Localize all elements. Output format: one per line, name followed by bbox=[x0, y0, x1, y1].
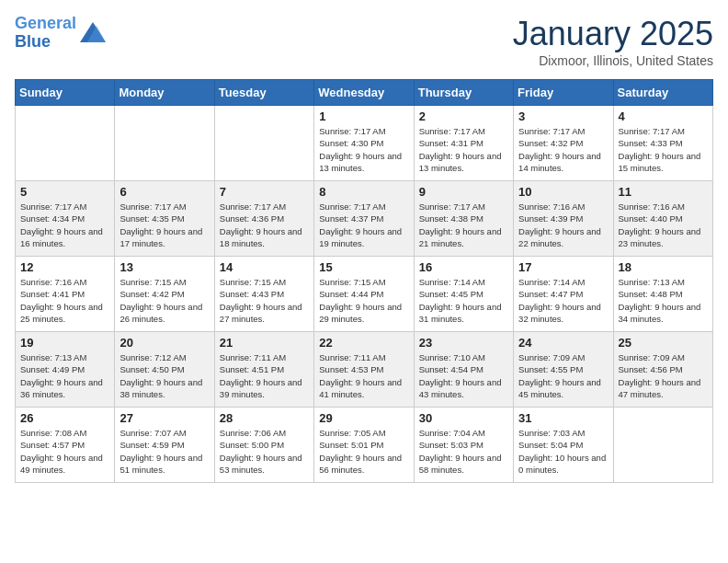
calendar-table: SundayMondayTuesdayWednesdayThursdayFrid… bbox=[15, 79, 713, 483]
day-detail: Sunrise: 7:07 AM Sunset: 4:59 PM Dayligh… bbox=[119, 427, 209, 476]
day-detail: Sunrise: 7:09 AM Sunset: 4:56 PM Dayligh… bbox=[619, 351, 708, 400]
day-detail: Sunrise: 7:13 AM Sunset: 4:48 PM Dayligh… bbox=[619, 276, 708, 325]
weekday-header-sunday: Sunday bbox=[16, 80, 115, 106]
calendar-day-30: 30Sunrise: 7:04 AM Sunset: 5:03 PM Dayli… bbox=[414, 408, 513, 483]
calendar-week-row: 19Sunrise: 7:13 AM Sunset: 4:49 PM Dayli… bbox=[16, 332, 713, 408]
day-detail: Sunrise: 7:15 AM Sunset: 4:44 PM Dayligh… bbox=[319, 276, 408, 325]
day-number: 24 bbox=[518, 336, 608, 350]
month-title: January 2025 bbox=[513, 15, 713, 53]
day-number: 9 bbox=[419, 185, 508, 199]
day-number: 17 bbox=[518, 260, 608, 274]
day-detail: Sunrise: 7:04 AM Sunset: 5:03 PM Dayligh… bbox=[419, 427, 508, 476]
calendar-day-29: 29Sunrise: 7:05 AM Sunset: 5:01 PM Dayli… bbox=[314, 408, 414, 483]
day-number: 20 bbox=[119, 336, 209, 350]
day-detail: Sunrise: 7:17 AM Sunset: 4:35 PM Dayligh… bbox=[119, 201, 209, 249]
calendar-day-14: 14Sunrise: 7:15 AM Sunset: 4:43 PM Dayli… bbox=[214, 257, 313, 332]
calendar-day-24: 24Sunrise: 7:09 AM Sunset: 4:55 PM Dayli… bbox=[514, 332, 613, 408]
day-detail: Sunrise: 7:17 AM Sunset: 4:37 PM Dayligh… bbox=[319, 201, 408, 249]
weekday-header-row: SundayMondayTuesdayWednesdayThursdayFrid… bbox=[16, 80, 713, 106]
calendar-day-20: 20Sunrise: 7:12 AM Sunset: 4:50 PM Dayli… bbox=[115, 332, 214, 408]
calendar-day-16: 16Sunrise: 7:14 AM Sunset: 4:45 PM Dayli… bbox=[414, 257, 513, 332]
calendar-empty-cell bbox=[613, 408, 712, 483]
calendar-day-5: 5Sunrise: 7:17 AM Sunset: 4:34 PM Daylig… bbox=[16, 181, 115, 257]
calendar-day-12: 12Sunrise: 7:16 AM Sunset: 4:41 PM Dayli… bbox=[16, 257, 115, 332]
day-number: 19 bbox=[20, 336, 109, 350]
weekday-header-saturday: Saturday bbox=[613, 80, 712, 106]
day-number: 1 bbox=[319, 109, 408, 123]
page-header: GeneralBlue January 2025 Dixmoor, Illino… bbox=[15, 15, 713, 68]
day-number: 7 bbox=[220, 185, 309, 199]
day-number: 4 bbox=[619, 109, 708, 123]
day-detail: Sunrise: 7:17 AM Sunset: 4:30 PM Dayligh… bbox=[319, 125, 408, 174]
calendar-week-row: 5Sunrise: 7:17 AM Sunset: 4:34 PM Daylig… bbox=[16, 181, 713, 257]
day-detail: Sunrise: 7:17 AM Sunset: 4:31 PM Dayligh… bbox=[419, 125, 508, 174]
calendar-day-13: 13Sunrise: 7:15 AM Sunset: 4:42 PM Dayli… bbox=[115, 257, 214, 332]
day-number: 21 bbox=[220, 336, 309, 350]
day-number: 31 bbox=[518, 411, 608, 425]
calendar-body: 1Sunrise: 7:17 AM Sunset: 4:30 PM Daylig… bbox=[16, 106, 713, 483]
day-detail: Sunrise: 7:12 AM Sunset: 4:50 PM Dayligh… bbox=[119, 351, 209, 400]
day-number: 27 bbox=[119, 411, 209, 425]
day-detail: Sunrise: 7:13 AM Sunset: 4:49 PM Dayligh… bbox=[20, 351, 109, 400]
day-detail: Sunrise: 7:17 AM Sunset: 4:38 PM Dayligh… bbox=[419, 201, 508, 249]
calendar-day-23: 23Sunrise: 7:10 AM Sunset: 4:54 PM Dayli… bbox=[414, 332, 513, 408]
calendar-day-18: 18Sunrise: 7:13 AM Sunset: 4:48 PM Dayli… bbox=[613, 257, 712, 332]
day-detail: Sunrise: 7:06 AM Sunset: 5:00 PM Dayligh… bbox=[220, 427, 309, 476]
day-number: 28 bbox=[220, 411, 309, 425]
calendar-day-10: 10Sunrise: 7:16 AM Sunset: 4:39 PM Dayli… bbox=[514, 181, 613, 257]
day-number: 30 bbox=[419, 411, 508, 425]
day-number: 25 bbox=[619, 336, 708, 350]
calendar-day-31: 31Sunrise: 7:03 AM Sunset: 5:04 PM Dayli… bbox=[514, 408, 613, 483]
logo: GeneralBlue bbox=[15, 15, 108, 52]
day-detail: Sunrise: 7:17 AM Sunset: 4:34 PM Dayligh… bbox=[20, 201, 109, 249]
day-number: 6 bbox=[119, 185, 209, 199]
day-number: 13 bbox=[119, 260, 209, 274]
calendar-day-19: 19Sunrise: 7:13 AM Sunset: 4:49 PM Dayli… bbox=[16, 332, 115, 408]
day-number: 29 bbox=[319, 411, 408, 425]
day-number: 26 bbox=[20, 411, 109, 425]
day-detail: Sunrise: 7:17 AM Sunset: 4:32 PM Dayligh… bbox=[518, 125, 608, 174]
calendar-day-6: 6Sunrise: 7:17 AM Sunset: 4:35 PM Daylig… bbox=[115, 181, 214, 257]
calendar-day-9: 9Sunrise: 7:17 AM Sunset: 4:38 PM Daylig… bbox=[414, 181, 513, 257]
calendar-day-28: 28Sunrise: 7:06 AM Sunset: 5:00 PM Dayli… bbox=[214, 408, 313, 483]
day-detail: Sunrise: 7:14 AM Sunset: 4:47 PM Dayligh… bbox=[518, 276, 608, 325]
day-number: 3 bbox=[518, 109, 608, 123]
location-subtitle: Dixmoor, Illinois, United States bbox=[513, 53, 713, 68]
calendar-day-22: 22Sunrise: 7:11 AM Sunset: 4:53 PM Dayli… bbox=[314, 332, 414, 408]
calendar-day-8: 8Sunrise: 7:17 AM Sunset: 4:37 PM Daylig… bbox=[314, 181, 414, 257]
weekday-header-thursday: Thursday bbox=[414, 80, 513, 106]
calendar-week-row: 1Sunrise: 7:17 AM Sunset: 4:30 PM Daylig… bbox=[16, 106, 713, 181]
day-detail: Sunrise: 7:10 AM Sunset: 4:54 PM Dayligh… bbox=[419, 351, 508, 400]
day-detail: Sunrise: 7:17 AM Sunset: 4:36 PM Dayligh… bbox=[220, 201, 309, 249]
logo-text: GeneralBlue bbox=[15, 15, 76, 52]
day-number: 11 bbox=[619, 185, 708, 199]
calendar-day-2: 2Sunrise: 7:17 AM Sunset: 4:31 PM Daylig… bbox=[414, 106, 513, 181]
day-detail: Sunrise: 7:16 AM Sunset: 4:39 PM Dayligh… bbox=[518, 201, 608, 249]
calendar-day-25: 25Sunrise: 7:09 AM Sunset: 4:56 PM Dayli… bbox=[613, 332, 712, 408]
calendar-day-7: 7Sunrise: 7:17 AM Sunset: 4:36 PM Daylig… bbox=[214, 181, 313, 257]
day-detail: Sunrise: 7:05 AM Sunset: 5:01 PM Dayligh… bbox=[319, 427, 408, 476]
day-detail: Sunrise: 7:16 AM Sunset: 4:40 PM Dayligh… bbox=[619, 201, 708, 249]
calendar-day-1: 1Sunrise: 7:17 AM Sunset: 4:30 PM Daylig… bbox=[314, 106, 414, 181]
calendar-day-3: 3Sunrise: 7:17 AM Sunset: 4:32 PM Daylig… bbox=[514, 106, 613, 181]
day-number: 10 bbox=[518, 185, 608, 199]
calendar-day-26: 26Sunrise: 7:08 AM Sunset: 4:57 PM Dayli… bbox=[16, 408, 115, 483]
calendar-empty-cell bbox=[16, 106, 115, 181]
day-number: 23 bbox=[419, 336, 508, 350]
day-number: 12 bbox=[20, 260, 109, 274]
day-number: 8 bbox=[319, 185, 408, 199]
logo-icon bbox=[78, 20, 108, 46]
day-detail: Sunrise: 7:08 AM Sunset: 4:57 PM Dayligh… bbox=[20, 427, 109, 476]
day-detail: Sunrise: 7:11 AM Sunset: 4:53 PM Dayligh… bbox=[319, 351, 408, 400]
weekday-header-friday: Friday bbox=[514, 80, 613, 106]
calendar-empty-cell bbox=[214, 106, 313, 181]
day-detail: Sunrise: 7:16 AM Sunset: 4:41 PM Dayligh… bbox=[20, 276, 109, 325]
day-number: 16 bbox=[419, 260, 508, 274]
calendar-day-17: 17Sunrise: 7:14 AM Sunset: 4:47 PM Dayli… bbox=[514, 257, 613, 332]
day-number: 5 bbox=[20, 185, 109, 199]
calendar-week-row: 12Sunrise: 7:16 AM Sunset: 4:41 PM Dayli… bbox=[16, 257, 713, 332]
calendar-day-4: 4Sunrise: 7:17 AM Sunset: 4:33 PM Daylig… bbox=[613, 106, 712, 181]
day-detail: Sunrise: 7:17 AM Sunset: 4:33 PM Dayligh… bbox=[619, 125, 708, 174]
title-block: January 2025 Dixmoor, Illinois, United S… bbox=[513, 15, 713, 68]
day-detail: Sunrise: 7:03 AM Sunset: 5:04 PM Dayligh… bbox=[518, 427, 608, 476]
